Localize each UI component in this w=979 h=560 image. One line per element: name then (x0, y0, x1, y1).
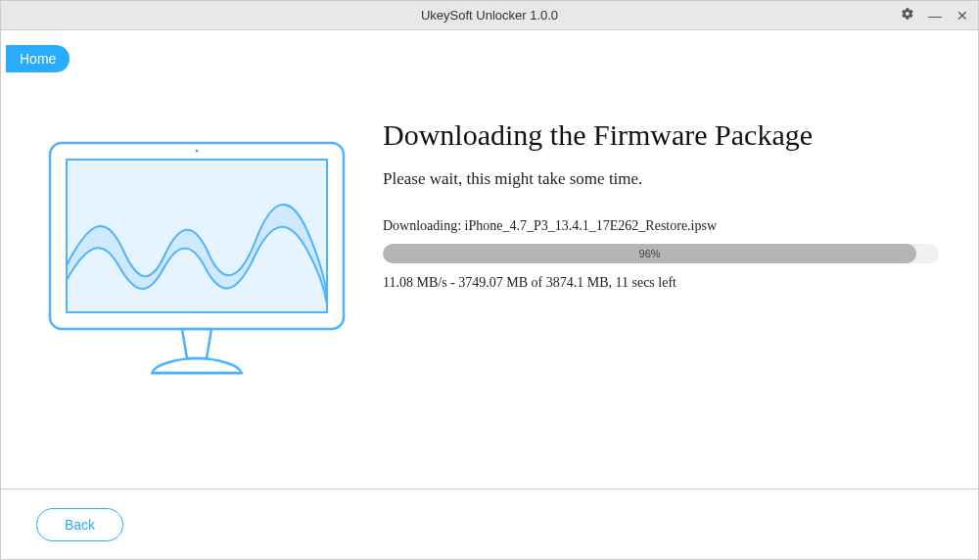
home-button-label: Home (20, 51, 56, 67)
back-button[interactable]: Back (36, 508, 123, 541)
progress-bar: 96% (383, 244, 939, 263)
back-button-label: Back (65, 517, 95, 533)
content-area: Downloading the Firmware Package Please … (363, 118, 949, 489)
minimize-icon[interactable]: — (927, 1, 943, 30)
illustration (30, 118, 363, 489)
titlebar-controls: — ✕ (900, 1, 970, 30)
download-prefix: Downloading: (383, 218, 465, 233)
progress-fill: 96% (383, 244, 916, 263)
close-icon[interactable]: ✕ (955, 1, 970, 30)
download-file-label: Downloading: iPhone_4.7_P3_13.4.1_17E262… (383, 218, 939, 234)
progress-status-text: 11.08 MB/s - 3749.07 MB of 3874.1 MB, 11… (383, 275, 939, 291)
progress-percent-label: 96% (639, 248, 661, 259)
page-heading: Downloading the Firmware Package (383, 118, 939, 152)
footer: Back (1, 489, 978, 559)
titlebar: UkeySoft Unlocker 1.0.0 — ✕ (1, 1, 978, 30)
svg-point-2 (196, 150, 199, 153)
settings-gear-icon[interactable] (900, 1, 915, 30)
download-filename: iPhone_4.7_P3_13.4.1_17E262_Restore.ipsw (465, 218, 717, 233)
page-subheading: Please wait, this might take some time. (383, 169, 939, 189)
home-button[interactable]: Home (6, 45, 70, 72)
main-area: Downloading the Firmware Package Please … (1, 30, 978, 489)
monitor-icon (45, 138, 349, 383)
app-title: UkeySoft Unlocker 1.0.0 (421, 8, 558, 23)
